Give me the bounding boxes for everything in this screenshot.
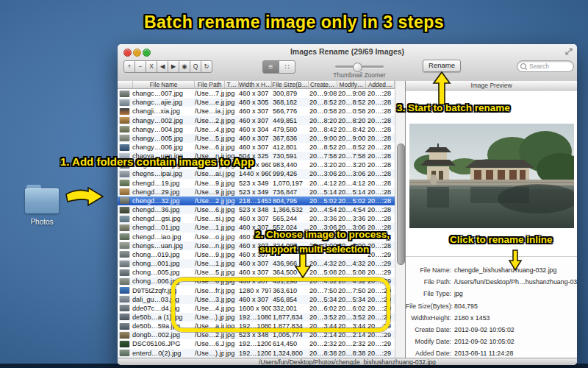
close-window-button[interactable] xyxy=(123,49,132,57)
cell-path: /Use…6.JPG xyxy=(193,340,224,347)
vertical-scrollbar[interactable] xyxy=(395,81,405,358)
cell-modified: 20…5:02 xyxy=(337,197,366,205)
table-row[interactable]: changc…007.jpg/Use…7.jpgjpg460 x 307300,… xyxy=(118,89,395,98)
column-header[interactable]: File Name xyxy=(133,81,194,88)
table-row[interactable]: changy…004.jpg/Use…4.jpgjpg460 x 304479,… xyxy=(118,125,395,134)
cell-name: chengd…32.jpg xyxy=(131,197,193,205)
view-toggle: ≡ ∷ xyxy=(263,60,295,74)
cell-dims: 460 x 304 xyxy=(237,126,271,133)
column-header[interactable]: File Size(B… xyxy=(272,81,308,88)
info-label: File Name: xyxy=(406,266,451,274)
cell-added: 20…:28 xyxy=(366,242,395,250)
cell-modified: 20…2:32 xyxy=(337,340,366,347)
table-row[interactable]: DSC05106.JPG/Use…6.JPGjpg192…1200614,450… xyxy=(118,339,395,348)
cell-type: jpg xyxy=(224,224,237,231)
table-row[interactable]: changji…xia.jpg/Use…ia.jpgjpg460 x 30756… xyxy=(118,107,395,116)
cell-name: chong…019.jpg xyxy=(131,251,193,258)
cell-name: changy…005.jpg xyxy=(131,135,193,142)
cell-created: 20…8:20 xyxy=(308,117,337,124)
cell-dims: 523 x 349 xyxy=(237,188,271,196)
grid-view-button[interactable]: ∷ xyxy=(279,60,295,74)
table-row[interactable]: chengd…gsi.jpg/Use…si.jpgjpg460 x 307565… xyxy=(118,214,395,223)
cell-created: 20…8:52 xyxy=(308,99,337,106)
cell-created: 20…9:00 xyxy=(308,135,337,142)
thumbnail-zoomer-slider[interactable] xyxy=(335,66,384,68)
preview-button[interactable]: ◉ xyxy=(179,60,190,73)
cell-type: jpg xyxy=(224,197,237,205)
cell-modified: 20…8:52 xyxy=(337,144,366,151)
cell-modified: 20…8:20 xyxy=(337,117,366,124)
file-thumbnail xyxy=(118,126,131,132)
add-button[interactable]: + xyxy=(123,60,135,73)
cell-name: chengd…19.jpg xyxy=(131,180,193,187)
search-input[interactable] xyxy=(528,61,573,71)
cell-created: 20…9:08 xyxy=(308,90,337,97)
column-header[interactable]: Width x H… xyxy=(239,81,273,88)
multi-selection-highlight-box xyxy=(171,277,390,332)
table-row[interactable]: chong…005.jpg/Use…5.jpgjpg460 x 307364,5… xyxy=(118,268,395,277)
refresh-button[interactable]: ↻ xyxy=(201,60,212,73)
annotation-step2-line2: support multi-selection xyxy=(259,244,369,255)
column-header[interactable]: T… xyxy=(225,81,238,88)
cell-size: 300,879 xyxy=(271,90,308,97)
slider-knob[interactable] xyxy=(353,63,362,72)
table-row[interactable]: chong…001.jpg/Use…1.jpgjpg460 x 307436,9… xyxy=(118,259,395,268)
cell-modified: 20…4:32 xyxy=(337,260,366,267)
info-value[interactable]: chengde_bishushanzhuang-032.jpg xyxy=(454,266,556,274)
photos-folder-icon[interactable] xyxy=(25,188,59,213)
find-button[interactable]: Q xyxy=(190,60,201,73)
cell-dims: 460 x 305 xyxy=(237,99,271,106)
remove-button[interactable]: − xyxy=(135,60,146,73)
table-row[interactable]: changy…005.jpg/Use…5.jpgjpg460 x 307367,… xyxy=(118,134,395,143)
fullscreen-icon[interactable] xyxy=(565,48,573,55)
cell-added: 20…:29 xyxy=(366,340,395,347)
file-thumbnail xyxy=(118,296,131,302)
table-row[interactable]: dongb…002.jpg/Use…2.jpgjpg523 x 3481,005… xyxy=(118,330,395,339)
search-field[interactable] xyxy=(517,60,574,72)
cell-dims: 460 x 307 xyxy=(237,144,271,151)
next-button[interactable]: ▶ xyxy=(168,60,179,73)
scrollbar-thumb[interactable] xyxy=(397,144,405,265)
column-header[interactable]: Create… xyxy=(309,81,337,88)
zoom-window-button[interactable] xyxy=(143,49,151,57)
rename-button[interactable]: Rename xyxy=(423,60,461,72)
table-row[interactable]: changc…ajie.jpg/Use…e.jpgjpg460 x 305368… xyxy=(118,98,395,107)
cell-dims: 460 x 307 xyxy=(237,215,271,222)
prev-button[interactable]: ◀ xyxy=(157,60,168,73)
table-row[interactable]: chengd…36.jpg/Use…6.jpgjpg523 x 3481,366… xyxy=(118,205,395,214)
table-row[interactable]: chengd…32.jpg/Use…2.jpgjpg218…1453804,79… xyxy=(118,197,395,205)
cell-created: 20…3:36 xyxy=(308,215,337,222)
file-thumbnail xyxy=(118,341,131,347)
file-thumbnail xyxy=(118,224,131,231)
clear-button[interactable]: X xyxy=(146,60,157,73)
table-row[interactable]: chengd…19.jpg/Use…9.jpgjpg523 x 3491,070… xyxy=(118,179,395,188)
cell-type: jpg xyxy=(224,144,237,151)
cell-size: 565,244 xyxy=(271,215,308,222)
column-header[interactable]: File Path xyxy=(195,81,226,88)
cell-type: jpg xyxy=(224,215,237,222)
cell-added: 20…:28 xyxy=(366,117,395,124)
table-header: File NameFile PathT…Width x H…File Size(… xyxy=(118,81,395,89)
column-header[interactable]: Added… xyxy=(366,81,395,88)
cell-created: 20…7:58 xyxy=(308,152,337,160)
table-row[interactable]: changy…006.jpg/Use…6.jpgjpg460 x 307412,… xyxy=(118,143,395,152)
table-row[interactable]: chengd…29.jpg/Use…9.jpgjpg523 x 349736,8… xyxy=(118,188,395,197)
column-header[interactable]: Modify… xyxy=(337,81,367,88)
cell-type: jpg xyxy=(224,180,237,187)
list-view-button[interactable]: ≡ xyxy=(262,60,279,74)
cell-path: /Use…ia.jpg xyxy=(193,107,224,115)
info-label: File Size(Bytes): xyxy=(406,302,451,310)
file-thumbnail xyxy=(118,242,131,249)
table-row[interactable]: chegns…ipai.jpg/Use…ai.jpgjpg1440 x 9609… xyxy=(118,169,395,178)
table-row[interactable]: changy…002.jpg/Use…2.jpgjpg460 x 307449,… xyxy=(118,116,395,124)
column-header[interactable] xyxy=(118,81,133,88)
arrow-down-icon xyxy=(294,253,312,278)
cell-added: 20…:28 xyxy=(366,180,395,187)
cell-name: enterd…0(2).jpg xyxy=(131,350,193,357)
cell-type: jpg xyxy=(224,233,237,241)
cell-name: changy…006.jpg xyxy=(131,144,193,151)
minimize-window-button[interactable] xyxy=(133,49,141,57)
arrow-right-icon xyxy=(65,187,104,208)
table-row[interactable]: enterd…0(2).jpg/Use…).jpgjpg192…12001,32… xyxy=(118,349,395,358)
file-thumbnail xyxy=(118,180,131,186)
